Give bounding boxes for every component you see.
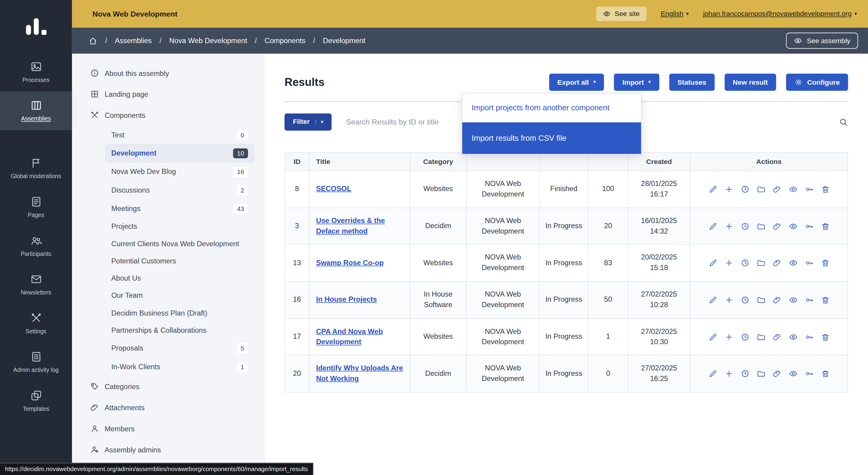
sidebar-item-participants[interactable]: Participants: [0, 226, 72, 265]
menu-item-landing-page[interactable]: Landing page: [72, 84, 265, 104]
menu-subitem-proposals[interactable]: Proposals5: [105, 339, 255, 357]
eye-icon[interactable]: [788, 185, 797, 193]
clock-icon[interactable]: [741, 296, 749, 305]
pencil-icon[interactable]: [708, 332, 717, 341]
folder-icon[interactable]: [756, 259, 765, 267]
trash-icon[interactable]: [821, 222, 830, 230]
clip-icon[interactable]: [772, 370, 781, 378]
trash-icon[interactable]: [821, 332, 830, 341]
plus-icon[interactable]: [724, 370, 733, 378]
menu-subitem-potential-customers[interactable]: Potential Customers: [105, 253, 255, 270]
folder-icon[interactable]: [756, 370, 765, 378]
trash-icon[interactable]: [821, 259, 830, 267]
search-icon[interactable]: [839, 117, 848, 126]
menu-subitem-meetings[interactable]: Meetings43: [105, 199, 255, 218]
toolbar-button-import[interactable]: Import▾: [614, 73, 659, 91]
menu-item-attachments[interactable]: Attachments: [72, 397, 265, 418]
folder-icon[interactable]: [756, 296, 765, 305]
import-menu-item-import-projects-from-another-component[interactable]: Import projects from another component: [462, 93, 641, 122]
toolbar-button-statuses[interactable]: Statuses: [669, 73, 715, 91]
result-title-link[interactable]: Use Overrides & the Deface method: [316, 216, 385, 235]
sidebar-item-processes[interactable]: Processes: [0, 53, 72, 91]
folder-icon[interactable]: [756, 185, 765, 193]
breadcrumb-item-assemblies[interactable]: Assemblies: [115, 36, 152, 45]
home-icon[interactable]: [89, 36, 97, 45]
result-title-link[interactable]: Identify Why Uploads Are Not Working: [316, 364, 403, 383]
key-icon[interactable]: [805, 185, 813, 193]
filter-button[interactable]: Filter ▾: [284, 113, 332, 130]
toolbar-button-export-all[interactable]: Export all▾: [549, 73, 604, 91]
key-icon[interactable]: [805, 222, 813, 230]
import-menu-item-import-results-from-csv-file[interactable]: Import results from CSV file: [462, 122, 641, 154]
sidebar-item-newsletters[interactable]: Newsletters: [0, 265, 72, 304]
menu-subitem-projects[interactable]: Projects: [105, 218, 255, 235]
breadcrumb-item-components[interactable]: Components: [265, 36, 305, 45]
folder-icon[interactable]: [756, 332, 765, 341]
sidebar-item-pages[interactable]: Pages: [0, 188, 72, 227]
clip-icon[interactable]: [772, 332, 781, 341]
folder-icon[interactable]: [756, 222, 765, 230]
pencil-icon[interactable]: [708, 259, 717, 267]
sidebar-item-settings[interactable]: Settings: [0, 304, 72, 343]
sidebar-item-assemblies[interactable]: Assemblies: [0, 91, 72, 130]
pencil-icon[interactable]: [708, 222, 717, 230]
toolbar-button-new-result[interactable]: New result: [724, 73, 776, 91]
plus-icon[interactable]: [724, 332, 733, 341]
eye-icon[interactable]: [788, 370, 797, 378]
menu-subitem-development[interactable]: Development10: [105, 144, 255, 162]
result-title-link[interactable]: In House Projects: [316, 295, 377, 304]
language-selector[interactable]: English ▾: [661, 10, 689, 18]
see-assembly-button[interactable]: See assembly: [786, 33, 858, 49]
result-title-link[interactable]: CPA And Nova Web Development: [316, 327, 383, 346]
clip-icon[interactable]: [772, 185, 781, 193]
menu-subitem-decidim-business-plan-draft[interactable]: Decidim Business Plan (Draft): [105, 305, 255, 322]
menu-item-members[interactable]: Members: [72, 418, 265, 439]
plus-icon[interactable]: [724, 222, 733, 230]
clock-icon[interactable]: [741, 370, 749, 378]
key-icon[interactable]: [805, 370, 813, 378]
breadcrumb-item-development[interactable]: Development: [323, 36, 365, 45]
menu-item-about-this-assembly[interactable]: About this assembly: [72, 63, 265, 84]
clip-icon[interactable]: [772, 296, 781, 305]
see-site-button[interactable]: See site: [596, 7, 647, 21]
clock-icon[interactable]: [741, 185, 749, 193]
result-title-link[interactable]: SECOSOL: [316, 185, 351, 193]
breadcrumb-item-nova-web-development[interactable]: Nova Web Development: [169, 36, 247, 45]
trash-icon[interactable]: [821, 370, 830, 378]
eye-icon[interactable]: [788, 259, 797, 267]
key-icon[interactable]: [805, 259, 813, 267]
clock-icon[interactable]: [741, 222, 749, 230]
key-icon[interactable]: [805, 332, 813, 341]
menu-subitem-partnerships-collaborations[interactable]: Partnerships & Collaborations: [105, 322, 255, 339]
trash-icon[interactable]: [821, 296, 830, 305]
menu-subitem-discussions[interactable]: Discussions2: [105, 181, 255, 199]
sidebar-item-templates[interactable]: Templates: [0, 382, 72, 420]
menu-item-components[interactable]: Components: [72, 104, 265, 126]
org-logo[interactable]: [0, 0, 72, 53]
clip-icon[interactable]: [772, 259, 781, 267]
eye-icon[interactable]: [788, 296, 797, 305]
clock-icon[interactable]: [741, 259, 749, 267]
menu-subitem-test[interactable]: Test0: [105, 126, 255, 144]
pencil-icon[interactable]: [708, 370, 717, 378]
plus-icon[interactable]: [724, 296, 733, 305]
menu-subitem-in-work-clients[interactable]: In-Work Clients1: [105, 358, 255, 376]
menu-item-categories[interactable]: Categories: [72, 376, 265, 397]
pencil-icon[interactable]: [708, 296, 717, 305]
key-icon[interactable]: [805, 296, 813, 305]
menu-item-assembly-admins[interactable]: Assembly admins: [72, 439, 265, 460]
clock-icon[interactable]: [741, 332, 749, 341]
plus-icon[interactable]: [724, 185, 733, 193]
account-menu[interactable]: johan.francocampos@novawebdevelopment.or…: [703, 10, 857, 18]
clip-icon[interactable]: [772, 222, 781, 230]
menu-subitem-nova-web-dev-blog[interactable]: Nova Web Dev Blog16: [105, 163, 255, 181]
menu-subitem-about-us[interactable]: About Us: [105, 270, 255, 287]
menu-subitem-current-clients-nova-web-development[interactable]: Current Clients Nova Web Development: [105, 235, 255, 253]
trash-icon[interactable]: [821, 185, 830, 193]
plus-icon[interactable]: [724, 259, 733, 267]
result-title-link[interactable]: Swamp Rose Co-op: [316, 258, 384, 267]
eye-icon[interactable]: [788, 222, 797, 230]
sidebar-item-global-moderations[interactable]: Global moderations: [0, 149, 72, 188]
eye-icon[interactable]: [788, 332, 797, 341]
toolbar-button-configure[interactable]: Configure: [786, 73, 848, 91]
